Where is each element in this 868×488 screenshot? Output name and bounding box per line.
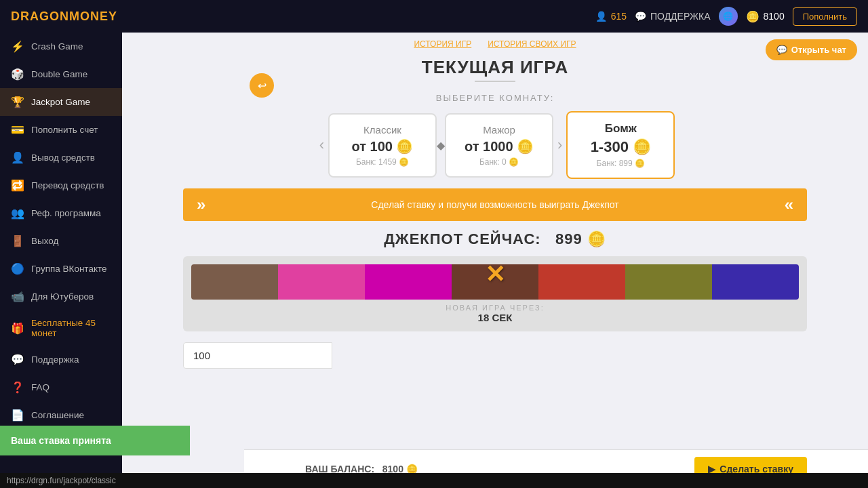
open-chat-button[interactable]: 💬 Открыть чат — [766, 39, 857, 60]
coins-display: 🪙 8100 — [746, 10, 785, 23]
sidebar-item-jackpot[interactable]: 🏆 Jackpot Game — [0, 88, 122, 116]
bet-input[interactable] — [183, 342, 332, 369]
tab-history[interactable]: ИСТОРИЯ ИГР — [414, 39, 471, 49]
faq-icon: ❓ — [11, 381, 24, 394]
sidebar-label-free: Бесплатные 45 монет — [31, 318, 111, 338]
new-game-section: НОВАЯ ИГРА ЧЕРЕЗ: 18 СЕК — [191, 304, 799, 323]
diamond-separator: ◆ — [437, 139, 445, 152]
jackpot-banner: » Сделай ставку и получи возможность выи… — [183, 188, 807, 221]
room-bomzh-range: 1-300 🪙 — [580, 138, 661, 156]
transfer-icon: 🔁 — [11, 179, 24, 192]
sidebar-label-transfer: Перевод средств — [31, 180, 104, 190]
bet-area — [183, 342, 807, 369]
sidebar-label-ref: Реф. программа — [31, 208, 101, 218]
sidebar-item-double[interactable]: 🎲 Double Game — [0, 60, 122, 88]
tab-my-history[interactable]: ИСТОРИЯ СВОИХ ИГР — [488, 39, 576, 49]
room-classic-bank: Банк: 1459 🪙 — [342, 157, 423, 167]
user-icon: 👤 — [595, 11, 607, 22]
room-major-range: от 1000 🪙 — [458, 138, 540, 155]
navbar: DRAGONMONEY 👤 615 💬 ПОДДЕРЖКА 🌐 🪙 8100 П… — [0, 0, 868, 33]
room-cards: ‹ Классик от 100 🪙 Банк: 1459 🪙 ◆ Мажор … — [305, 111, 685, 179]
room-card-bomzh[interactable]: Бомж 1-300 🪙 Банк: 899 🪙 — [566, 111, 675, 179]
strip-orange — [538, 264, 625, 300]
room-major-name: Мажор — [458, 124, 540, 136]
sidebar-label-support: Поддержка — [31, 354, 79, 365]
banner-text: Сделай ставку и получи возможность выигр… — [212, 199, 777, 210]
navbar-right: 👤 615 💬 ПОДДЕРЖКА 🌐 🪙 8100 Пополнить — [595, 7, 857, 26]
toast-notification: Ваша ставка принята — [0, 426, 190, 455]
sidebar-label-logout: Выход — [31, 236, 58, 246]
sidebar-item-support[interactable]: 💬 Поддержка — [0, 346, 122, 373]
support-link[interactable]: 💬 ПОДДЕРЖКА — [635, 11, 711, 22]
brand-logo: DRAGONMONEY — [11, 9, 117, 24]
ref-icon: 👥 — [11, 207, 24, 220]
strip-brown — [191, 264, 278, 300]
support2-icon: 💬 — [11, 353, 24, 366]
room-card-classic[interactable]: Классик от 100 🪙 Банк: 1459 🪙 — [328, 113, 437, 178]
room-bomzh-bank: Банк: 899 🪙 — [580, 159, 661, 168]
progress-container: ✕ НОВАЯ ИГРА ЧЕРЕЗ: 18 СЕК — [183, 256, 807, 331]
withdraw-icon: 👤 — [11, 151, 24, 164]
jackpot-now: ДЖЕКПОТ СЕЙЧАС: 899 🪙 — [122, 230, 868, 248]
sidebar-item-ref[interactable]: 👥 Реф. программа — [0, 199, 122, 227]
center-x-icon: ✕ — [485, 264, 505, 289]
sidebar: ⚡ Crash Game 🎲 Double Game 🏆 Jackpot Gam… — [0, 33, 122, 488]
crash-icon: ⚡ — [11, 40, 24, 53]
banner-arrow-left: » — [197, 195, 205, 214]
page-title: ТЕКУЩАЯ ИГРА — [122, 57, 868, 78]
support-icon: 💬 — [635, 11, 646, 22]
strip-blue — [712, 264, 799, 300]
user-count: 👤 615 — [595, 11, 627, 22]
sidebar-label-terms: Соглашение — [31, 410, 84, 420]
sidebar-label-vk: Группа ВКонтакте — [31, 264, 107, 274]
sidebar-item-free[interactable]: 🎁 Бесплатные 45 монет — [0, 310, 122, 346]
sidebar-item-logout[interactable]: 🚪 Выход — [0, 227, 122, 255]
room-classic-name: Классик — [342, 124, 423, 136]
url-bar: https://drgn.fun/jackpot/classic — [0, 473, 868, 488]
sidebar-label-jackpot: Jackpot Game — [31, 97, 90, 107]
youtube-icon: 📹 — [11, 290, 24, 303]
sidebar-item-terms[interactable]: 📄 Соглашение — [0, 401, 122, 429]
double-icon: 🎲 — [11, 68, 24, 81]
sidebar-item-youtube[interactable]: 📹 Для Ютуберов — [0, 283, 122, 310]
room-prev-button[interactable]: ‹ — [315, 136, 328, 154]
sidebar-label-deposit: Пополнить счет — [31, 125, 98, 135]
title-divider — [475, 81, 515, 82]
back-button[interactable]: ↩ — [250, 73, 274, 98]
sidebar-label-youtube: Для Ютуберов — [31, 291, 94, 302]
content-tabs: ИСТОРИЯ ИГР ИСТОРИЯ СВОИХ ИГР — [122, 33, 868, 52]
banner-arrow-right: « — [785, 195, 793, 214]
avatar: 🌐 — [719, 7, 738, 26]
progress-strips: ✕ — [191, 264, 799, 300]
room-select-label: ВЫБЕРИТЕ КОМНАТУ: — [122, 93, 868, 103]
vk-icon: 🔵 — [11, 262, 24, 275]
sidebar-item-deposit[interactable]: 💳 Пополнить счет — [0, 116, 122, 144]
strip-olive — [625, 264, 712, 300]
main-layout: ⚡ Crash Game 🎲 Double Game 🏆 Jackpot Gam… — [0, 33, 868, 488]
content-area: ↩ 💬 Открыть чат ИСТОРИЯ ИГР ИСТОРИЯ СВОИ… — [122, 33, 868, 488]
strip-pink — [278, 264, 365, 300]
room-card-major[interactable]: Мажор от 1000 🪙 Банк: 0 🪙 — [445, 113, 553, 178]
room-classic-range: от 100 🪙 — [342, 138, 423, 155]
coin-icon: 🪙 — [746, 10, 760, 23]
topup-button[interactable]: Пополнить — [793, 7, 857, 26]
logout-icon: 🚪 — [11, 235, 24, 247]
sidebar-item-transfer[interactable]: 🔁 Перевод средств — [0, 171, 122, 199]
sidebar-label-double: Double Game — [31, 69, 87, 79]
new-game-timer: 18 СЕК — [191, 312, 799, 323]
room-bomzh-name: Бомж — [580, 122, 661, 136]
sidebar-item-faq[interactable]: ❓ FAQ — [0, 373, 122, 401]
sidebar-label-faq: FAQ — [31, 382, 50, 392]
sidebar-item-withdraw[interactable]: 👤 Вывод средств — [0, 144, 122, 171]
sidebar-item-crash[interactable]: ⚡ Crash Game — [0, 33, 122, 60]
strip-magenta — [365, 264, 452, 300]
sidebar-item-vk[interactable]: 🔵 Группа ВКонтакте — [0, 255, 122, 283]
free-icon: 🎁 — [11, 322, 24, 335]
chat-icon: 💬 — [776, 45, 787, 55]
room-major-bank: Банк: 0 🪙 — [458, 157, 540, 167]
terms-icon: 📄 — [11, 409, 24, 422]
new-game-label: НОВАЯ ИГРА ЧЕРЕЗ: — [191, 304, 799, 312]
sidebar-label-withdraw: Вывод средств — [31, 152, 95, 163]
jackpot-icon: 🏆 — [11, 96, 24, 108]
room-next-button[interactable]: › — [553, 136, 566, 154]
